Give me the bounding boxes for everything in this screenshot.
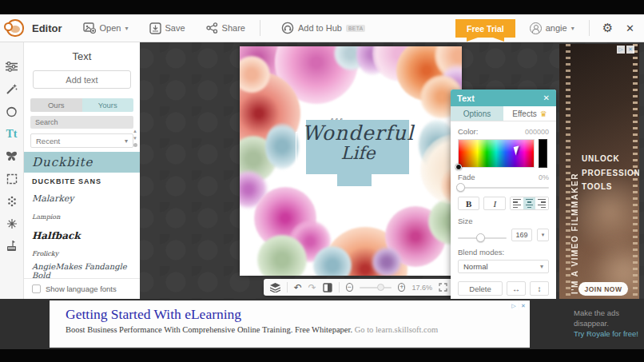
tab-effects[interactable]: Effects ♛ [503,106,556,121]
join-now-button[interactable]: JOIN NOW [578,282,628,296]
font-item-selected[interactable]: Duckbite [24,152,140,173]
stretch-horizontal-button[interactable]: ↔ [507,281,526,296]
effects-wand-icon[interactable] [5,82,18,96]
toolbar-right-group: Free Trial angie ▾ ⚙ ✕ [455,19,644,38]
text-properties-panel: Text ✕ Options Effects ♛ Color: 000000 [451,90,556,299]
italic-button[interactable]: I [483,197,505,210]
open-label: Open [100,23,121,33]
adchoices-icon[interactable]: ▷ [510,302,518,310]
settings-gear-button[interactable]: ⚙ [602,21,613,35]
tab-ours[interactable]: Ours [30,98,82,112]
canvas-text-line2: Life [290,145,426,162]
color-hex-value[interactable]: 000000 [525,128,549,136]
recent-dropdown[interactable]: Recent ▾ [30,133,133,148]
current-color-swatch[interactable] [539,139,547,168]
canvas-text-element[interactable]: Wonderful Life [290,123,426,162]
ad-body-text: Boost Business Performance With Comprehe… [66,325,355,334]
blend-mode-dropdown[interactable]: Normal ▾ [458,260,549,273]
alignment-group [510,197,549,210]
font-item[interactable]: Halfback [24,226,140,245]
chevron-down-icon: ▾ [571,25,574,32]
compare-icon[interactable] [323,283,332,292]
open-button[interactable]: Open ▾ [83,22,129,34]
font-item[interactable]: AngieMakes Fandangle Bold [24,262,140,280]
save-button[interactable]: Save [149,22,185,34]
font-item[interactable]: Frolicky [24,245,140,262]
adchoices-icon[interactable]: ▷ [617,46,625,54]
align-right-button[interactable] [535,197,548,209]
ad-link[interactable]: Go to learn.skillsoft.com [355,325,438,334]
delete-button[interactable]: Delete [458,281,503,296]
scroll-down-icon[interactable]: ▼ [133,136,137,141]
scroll-thumb[interactable] [133,143,137,147]
picmonkey-logo-icon[interactable] [6,19,24,37]
recent-label: Recent [36,137,60,145]
design-canvas[interactable]: ℓℓℓ Wonderful Life [240,46,462,276]
font-list-scrollbar[interactable]: ▲ ▼ [132,129,138,147]
textures-icon[interactable] [5,194,18,208]
close-editor-button[interactable]: ✕ [626,22,634,34]
size-slider[interactable] [458,237,507,239]
crown-icon: ♛ [540,109,547,118]
stretch-vertical-button[interactable]: ↕ [530,281,549,296]
user-menu[interactable]: angie ▾ [530,22,574,34]
zoom-out-button[interactable]: − [346,283,353,292]
skillsoft-ad[interactable]: Getting Started With eLearning Boost Bus… [50,300,530,348]
color-picker-handle[interactable] [455,164,462,170]
share-label: Share [222,23,245,33]
font-search-input[interactable] [30,116,133,129]
canvas-text-line1: Wonderful [290,123,426,143]
tab-options[interactable]: Options [451,106,503,121]
close-icon[interactable]: ✕ [543,93,550,102]
free-trial-button[interactable]: Free Trial [455,19,515,38]
fullscreen-icon[interactable] [439,283,447,292]
font-item[interactable]: Malarkey [24,189,140,208]
ad-title[interactable]: Getting Started With eLearning [66,306,530,323]
fade-slider[interactable] [458,187,549,189]
touch-up-icon[interactable] [5,105,18,118]
vimeo-ad-banner[interactable]: I'M A VIMEO FILMMAKER UNLOCK PROFESSIONA… [559,44,639,299]
color-picker-gradient[interactable] [458,139,535,168]
zoom-in-button[interactable]: + [398,283,405,292]
share-icon [206,22,218,34]
align-left-button[interactable] [511,197,523,209]
size-label: Size [458,217,549,225]
overlays-butterfly-icon[interactable] [5,149,18,163]
workspace: Tt Text Add text Ours Yours Recent ▾ ▲ ▼ [0,42,644,299]
layers-icon[interactable] [270,283,280,292]
align-center-button[interactable] [523,197,536,209]
ad-close-icon[interactable]: ✕ [626,46,634,54]
themes-snowflake-icon[interactable] [5,217,18,230]
fade-slider-thumb[interactable] [456,183,465,192]
add-to-hub-button[interactable]: Add to Hub BETA [281,22,366,34]
beta-badge: BETA [346,25,366,32]
royale-upsell: Make the ads disappear. Try Royale for f… [574,308,641,339]
scroll-up-icon[interactable]: ▲ [133,129,137,133]
royale-link[interactable]: Try Royale for free! [574,329,641,340]
zoom-slider[interactable] [360,287,392,288]
size-slider-thumb[interactable] [476,233,485,242]
bold-button[interactable]: B [458,197,479,210]
basic-edits-icon[interactable] [5,60,18,74]
text-tool-icon[interactable]: Tt [5,127,18,141]
frames-icon[interactable] [5,172,18,185]
templates-beta-icon[interactable] [5,239,18,253]
properties-panel-title: Text [457,93,475,103]
size-dropdown-button[interactable]: ▾ [537,229,549,241]
tab-effects-label: Effects [512,109,536,118]
ad-vertical-text: I'M A VIMEO FILMMAKER [570,173,579,294]
font-item[interactable]: Lampion [24,208,140,226]
tab-yours[interactable]: Yours [82,98,134,112]
font-item[interactable]: DUCKBITE SANS [24,173,140,189]
font-list: Duckbite DUCKBITE SANS Malarkey Lampion … [24,152,140,280]
redo-icon[interactable]: ↷ [308,283,316,292]
undo-icon[interactable]: ↶ [294,283,302,292]
share-button[interactable]: Share [206,22,245,34]
ad-close-icon[interactable]: ✕ [519,302,527,310]
size-value-box[interactable]: 169 [511,229,532,241]
show-language-fonts-checkbox[interactable] [32,284,41,293]
properties-panel-header[interactable]: Text ✕ [451,90,556,106]
zoom-slider-thumb[interactable] [377,284,384,291]
toolbar-divider [589,20,590,36]
add-text-button[interactable]: Add text [33,70,131,89]
